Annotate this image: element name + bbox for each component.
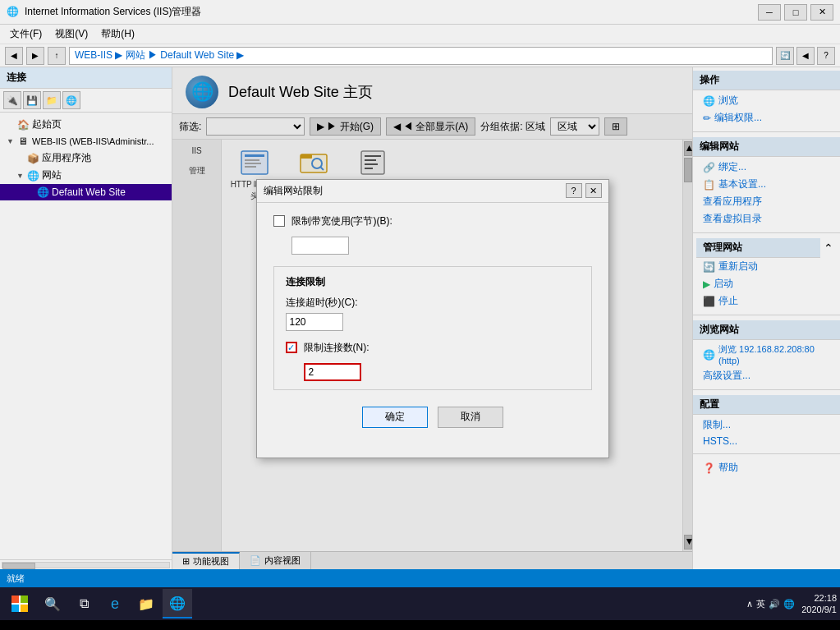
ok-button[interactable]: 确定	[362, 407, 428, 428]
default-site-icon: 🌐	[36, 186, 49, 199]
tree-item-server[interactable]: ▼ 🖥 WEB-IIS (WEB-IIS\Administr...	[0, 133, 172, 149]
action-browse-ip[interactable]: 🌐 浏览 192.168.82.208:80(http)	[693, 342, 840, 367]
menu-view[interactable]: 视图(V)	[48, 25, 94, 43]
cancel-button[interactable]: 取消	[438, 407, 503, 428]
browse-icon: 🌐	[703, 95, 715, 107]
right-section-browse-site: 浏览网站	[693, 320, 840, 340]
menu-help[interactable]: 帮助(H)	[94, 25, 141, 43]
action-limits[interactable]: 限制...	[693, 416, 840, 434]
help-button[interactable]: ?	[817, 47, 835, 65]
server-icon: 🖥	[16, 135, 30, 148]
sidebar: 连接 🔌 💾 📁 🌐 🏠 起始页 ▼ 🖥 WEB-IIS (WEB-IIS\Ad…	[0, 67, 172, 569]
action-help[interactable]: ❓ 帮助	[693, 459, 840, 476]
bindings-label: 绑定...	[718, 160, 746, 174]
up-button[interactable]: ↑	[48, 47, 66, 65]
sites-icon: 🌐	[26, 169, 39, 182]
status-bar: 就绪	[0, 569, 840, 587]
main-layout: 连接 🔌 💾 📁 🌐 🏠 起始页 ▼ 🖥 WEB-IIS (WEB-IIS\Ad…	[0, 67, 840, 569]
sidebar-globe-btn[interactable]: 🌐	[62, 91, 80, 109]
start-button[interactable]	[3, 589, 36, 619]
dialog-buttons: 确定 取消	[273, 407, 592, 428]
network-icon[interactable]: 🌐	[783, 599, 795, 609]
sidebar-connect-btn[interactable]: 🔌	[3, 91, 21, 109]
connections-input-row	[286, 363, 580, 381]
refresh-button[interactable]: 🔄	[776, 47, 794, 65]
edit-perms-label: 编辑权限...	[714, 111, 762, 125]
start-label: 启动	[714, 277, 733, 291]
sidebar-header: 连接	[0, 67, 172, 89]
edit-site-limits-dialog: 编辑网站限制 ? ✕ 限制带宽使用(字节)(B):	[256, 179, 609, 458]
bandwidth-row: 限制带宽使用(字节)(B):	[273, 214, 592, 228]
bandwidth-label: 限制带宽使用(字节)(B):	[291, 214, 392, 228]
tree-label-sites: 网站	[42, 168, 62, 182]
help-label: 帮助	[718, 461, 738, 475]
iis-app-icon: 🌐	[169, 596, 186, 611]
tree-item-sites[interactable]: ▼ 🌐 网站	[0, 167, 172, 184]
start-icon: ▶	[703, 278, 710, 290]
back-button[interactable]: ◀	[5, 47, 23, 65]
limit-connections-label: 限制连接数(N):	[304, 341, 370, 355]
browse-label: 浏览	[718, 94, 738, 108]
action-view-vdirs[interactable]: 查看虚拟目录	[693, 210, 840, 228]
close-button[interactable]: ✕	[810, 4, 833, 21]
bandwidth-input[interactable]	[291, 237, 349, 255]
limit-connections-checkbox[interactable]: ✓	[286, 342, 297, 353]
app-icon: 🌐	[7, 6, 20, 19]
dialog-close-button[interactable]: ✕	[585, 183, 602, 198]
action-advanced[interactable]: 高级设置...	[693, 367, 840, 384]
action-basic-settings[interactable]: 📋 基本设置...	[693, 176, 840, 193]
windows-logo	[11, 596, 28, 612]
connection-limits-section: 连接限制 连接超时(秒)(C): ✓ 限制连接数(N):	[273, 266, 592, 390]
restart-label: 重新启动	[718, 260, 758, 274]
search-taskbar-btn[interactable]: 🔍	[38, 589, 67, 619]
tree-arrow-sites: ▼	[16, 172, 26, 180]
keyboard-layout-icon[interactable]: 英	[756, 598, 765, 610]
action-stop[interactable]: ⬛ 停止	[693, 292, 840, 310]
hsts-label: HSTS...	[703, 435, 737, 447]
sidebar-scrollbar[interactable]	[0, 559, 172, 569]
browse-ip-label: 浏览 192.168.82.208:80(http)	[718, 343, 815, 366]
dialog-help-button[interactable]: ?	[566, 183, 582, 198]
action-restart[interactable]: 🔄 重新启动	[693, 258, 840, 275]
menu-bar: 文件(F) 视图(V) 帮助(H)	[0, 25, 840, 44]
ie-taskbar-btn[interactable]: e	[100, 589, 130, 619]
taskbar-clock[interactable]: 22:18 2020/9/1	[801, 592, 837, 616]
connections-input[interactable]	[304, 363, 361, 381]
sidebar-toolbar: 🔌 💾 📁 🌐	[0, 89, 172, 113]
back2-button[interactable]: ◀	[796, 47, 815, 65]
task-view-btn[interactable]: ⧉	[69, 589, 99, 619]
title-bar: 🌐 Internet Information Services (IIS)管理器…	[0, 0, 840, 25]
timeout-input[interactable]	[286, 313, 343, 331]
sidebar-folder-btn[interactable]: 📁	[43, 91, 61, 109]
sidebar-save-btn[interactable]: 💾	[23, 91, 41, 109]
action-start[interactable]: ▶ 启动	[693, 275, 840, 292]
restore-button[interactable]: □	[784, 4, 807, 21]
iis-taskbar-app[interactable]: 🌐	[163, 589, 192, 619]
taskbar-system-icons: ∧ 英 🔊 🌐	[741, 598, 800, 610]
tree-item-home[interactable]: 🏠 起始页	[0, 116, 172, 133]
action-bindings[interactable]: 🔗 绑定...	[693, 159, 840, 176]
basic-settings-icon: 📋	[703, 179, 715, 191]
manage-site-collapse[interactable]: ⌃	[820, 241, 837, 255]
tree-item-default-site[interactable]: 🌐 Default Web Site	[0, 184, 172, 200]
volume-icon[interactable]: 🔊	[769, 599, 780, 609]
home-icon: 🏠	[16, 118, 30, 131]
minimize-button[interactable]: ─	[758, 4, 781, 21]
action-browse[interactable]: 🌐 浏览	[693, 92, 840, 109]
edit-perms-icon: ✏	[703, 113, 711, 124]
menu-file[interactable]: 文件(F)	[3, 25, 48, 43]
section-divider-3	[693, 315, 840, 315]
tree-label-apppool: 应用程序池	[42, 151, 91, 165]
forward-button[interactable]: ▶	[26, 47, 44, 65]
view-apps-label: 查看应用程序	[703, 195, 762, 209]
action-view-apps[interactable]: 查看应用程序	[693, 193, 840, 210]
right-section-operations: 操作	[693, 71, 840, 90]
action-hsts[interactable]: HSTS...	[693, 434, 840, 448]
explorer-taskbar-btn[interactable]: 📁	[131, 589, 161, 619]
notification-area-expand[interactable]: ∧	[746, 599, 753, 609]
tree-item-apppool[interactable]: 📦 应用程序池	[0, 149, 172, 167]
limit-connections-row: ✓ 限制连接数(N):	[286, 341, 580, 355]
action-edit-perms[interactable]: ✏ 编辑权限...	[693, 109, 840, 126]
bandwidth-checkbox[interactable]	[273, 215, 285, 227]
timeout-label: 连接超时(秒)(C):	[286, 296, 580, 310]
